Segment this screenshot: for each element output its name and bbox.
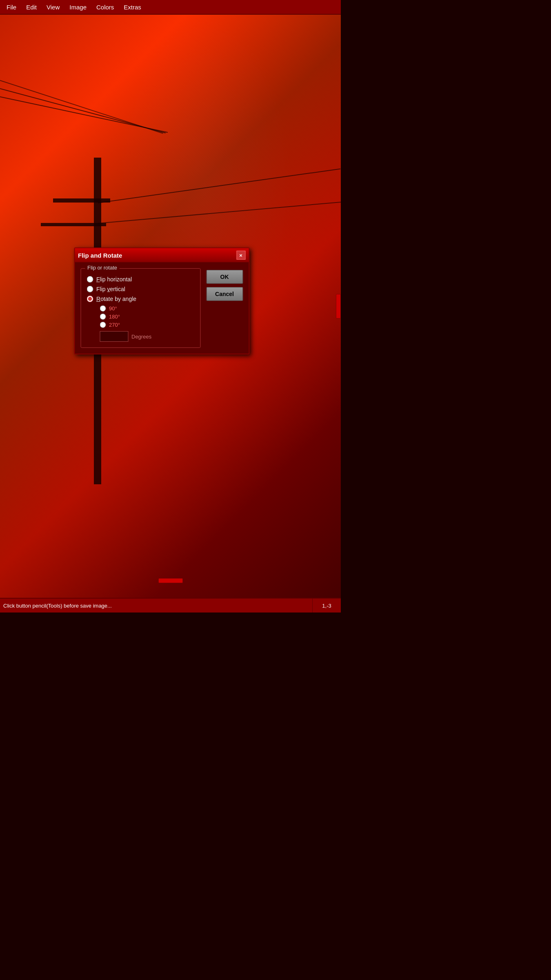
menu-extras[interactable]: Extras [120, 2, 145, 12]
menubar: File Edit View Image Colors Extras [0, 0, 341, 15]
cancel-button[interactable]: Cancel [206, 287, 243, 301]
flip-rotate-dialog: Flip and Rotate × Flip or rotate Flip ho… [74, 247, 249, 354]
menu-image[interactable]: Image [65, 2, 91, 12]
flip-horizontal-label: Flip horizontal [96, 276, 132, 283]
canvas-area: Flip and Rotate × Flip or rotate Flip ho… [0, 15, 341, 598]
menu-file[interactable]: File [2, 2, 20, 12]
deg270-radio[interactable] [100, 322, 106, 328]
deg180-radio[interactable] [100, 314, 106, 320]
statusbar-coords: 1,-3 [312, 599, 341, 612]
degrees-input[interactable] [100, 331, 128, 342]
flip-horizontal-option[interactable]: Flip horizontal [87, 276, 194, 283]
deg90-label: 90° [109, 305, 117, 312]
flip-horizontal-radio[interactable] [87, 276, 93, 283]
deg90-radio[interactable] [100, 305, 106, 312]
menu-colors[interactable]: Colors [92, 2, 118, 12]
statusbar: Click button pencil(Tools) before save i… [0, 598, 341, 612]
degree-suboptions: 90° 180° 270° [100, 305, 194, 328]
fieldset-legend: Flip or rotate [85, 265, 120, 271]
degrees-input-row: Degrees [100, 331, 194, 342]
deg270-option[interactable]: 270° [100, 322, 194, 328]
degrees-label: Degrees [131, 333, 151, 339]
flip-vertical-radio[interactable] [87, 286, 93, 292]
flip-vertical-label: Flip vertical [96, 286, 125, 292]
flip-vertical-option[interactable]: Flip vertical [87, 286, 194, 292]
menu-edit[interactable]: Edit [22, 2, 41, 12]
dialog-overlay: Flip and Rotate × Flip or rotate Flip ho… [74, 247, 249, 354]
rotate-angle-label: Rotate by angle [96, 296, 136, 302]
pole-crossbar-2 [41, 223, 106, 226]
ok-button[interactable]: OK [206, 270, 243, 284]
dialog-close-button[interactable]: × [236, 251, 245, 260]
flip-rotate-fieldset: Flip or rotate Flip horizontal Flip vert… [80, 268, 200, 348]
deg180-label: 180° [109, 314, 120, 320]
statusbar-message: Click button pencil(Tools) before save i… [0, 603, 312, 609]
menu-view[interactable]: View [42, 2, 64, 12]
deg270-label: 270° [109, 322, 120, 328]
dialog-titlebar: Flip and Rotate × [75, 248, 249, 263]
rotate-angle-radio[interactable] [87, 296, 93, 302]
dialog-title: Flip and Rotate [78, 252, 122, 258]
rotate-angle-option[interactable]: Rotate by angle [87, 296, 194, 302]
scroll-bottom-indicator[interactable] [158, 578, 183, 583]
scroll-right-indicator[interactable] [336, 294, 341, 318]
dialog-body: Flip or rotate Flip horizontal Flip vert… [75, 263, 249, 354]
deg180-option[interactable]: 180° [100, 314, 194, 320]
deg90-option[interactable]: 90° [100, 305, 194, 312]
dialog-buttons: OK Cancel [206, 268, 243, 348]
